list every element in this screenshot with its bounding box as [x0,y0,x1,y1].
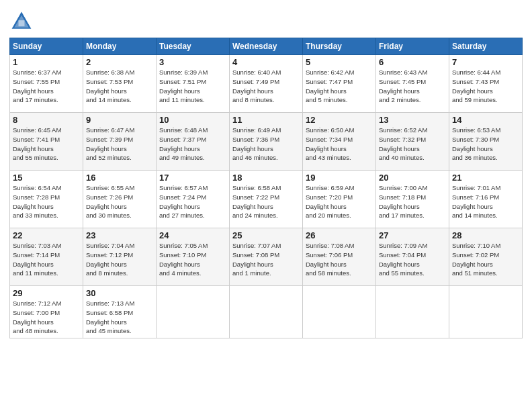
header-row: Sunday Monday Tuesday Wednesday Thursday… [10,38,523,55]
day-detail: Sunrise: 6:54 AMSunset: 7:28 PMDaylight … [13,184,61,219]
day-detail: Sunrise: 7:10 AMSunset: 7:02 PMDaylight … [452,242,500,277]
table-row [449,286,523,338]
page: Sunday Monday Tuesday Wednesday Thursday… [0,0,532,411]
day-number: 21 [452,173,519,183]
day-number: 23 [86,230,153,240]
logo [9,9,36,34]
day-detail: Sunrise: 6:37 AMSunset: 7:55 PMDaylight … [13,68,61,103]
day-number: 5 [306,57,373,67]
day-detail: Sunrise: 7:08 AMSunset: 7:06 PMDaylight … [306,242,354,277]
table-row: 25Sunrise: 7:07 AMSunset: 7:08 PMDayligh… [230,228,303,286]
table-row: 16Sunrise: 6:55 AMSunset: 7:26 PMDayligh… [83,171,157,228]
day-number: 27 [379,230,446,240]
day-detail: Sunrise: 6:38 AMSunset: 7:53 PMDaylight … [86,68,134,103]
day-number: 20 [379,173,446,183]
table-row: 14Sunrise: 6:53 AMSunset: 7:30 PMDayligh… [449,113,523,171]
col-monday: Monday [83,38,157,55]
day-detail: Sunrise: 6:59 AMSunset: 7:20 PMDaylight … [306,184,354,219]
logo-icon [9,9,34,34]
day-detail: Sunrise: 7:07 AMSunset: 7:08 PMDaylight … [232,242,281,277]
table-row: 8Sunrise: 6:45 AMSunset: 7:41 PMDaylight… [10,113,83,171]
table-row: 13Sunrise: 6:52 AMSunset: 7:32 PMDayligh… [376,113,449,171]
day-number: 11 [232,115,300,125]
day-detail: Sunrise: 6:39 AMSunset: 7:51 PMDaylight … [159,68,208,103]
day-number: 28 [452,230,519,240]
day-number: 10 [159,115,226,125]
table-row: 5Sunrise: 6:42 AMSunset: 7:47 PMDaylight… [303,55,376,113]
day-detail: Sunrise: 7:09 AMSunset: 7:04 PMDaylight … [379,242,427,277]
day-number: 25 [232,230,300,240]
table-row: 29Sunrise: 7:12 AMSunset: 7:00 PMDayligh… [10,286,83,338]
day-number: 30 [86,288,153,298]
day-number: 6 [379,57,446,67]
table-row [376,286,449,338]
day-number: 22 [13,230,80,240]
col-wednesday: Wednesday [230,38,303,55]
table-row: 6Sunrise: 6:43 AMSunset: 7:45 PMDaylight… [376,55,449,113]
table-row: 2Sunrise: 6:38 AMSunset: 7:53 PMDaylight… [83,55,157,113]
table-row: 1Sunrise: 6:37 AMSunset: 7:55 PMDaylight… [10,55,83,113]
day-number: 1 [13,57,80,67]
day-detail: Sunrise: 7:00 AMSunset: 7:18 PMDaylight … [379,184,427,219]
table-row: 15Sunrise: 6:54 AMSunset: 7:28 PMDayligh… [10,171,83,228]
day-number: 4 [232,57,300,67]
table-row: 11Sunrise: 6:49 AMSunset: 7:36 PMDayligh… [230,113,303,171]
col-saturday: Saturday [449,38,523,55]
day-detail: Sunrise: 7:12 AMSunset: 7:00 PMDaylight … [13,300,61,334]
day-detail: Sunrise: 6:45 AMSunset: 7:41 PMDaylight … [13,126,61,161]
day-number: 19 [306,173,373,183]
col-tuesday: Tuesday [157,38,230,55]
day-number: 2 [86,57,153,67]
day-detail: Sunrise: 6:42 AMSunset: 7:47 PMDaylight … [306,68,354,103]
day-number: 18 [232,173,300,183]
day-detail: Sunrise: 6:40 AMSunset: 7:49 PMDaylight … [232,68,281,103]
day-detail: Sunrise: 6:49 AMSunset: 7:36 PMDaylight … [232,126,281,161]
day-number: 9 [86,115,153,125]
day-number: 14 [452,115,519,125]
day-detail: Sunrise: 6:53 AMSunset: 7:30 PMDaylight … [452,126,500,161]
table-row: 3Sunrise: 6:39 AMSunset: 7:51 PMDaylight… [157,55,230,113]
day-detail: Sunrise: 6:58 AMSunset: 7:22 PMDaylight … [232,184,281,219]
table-row: 7Sunrise: 6:44 AMSunset: 7:43 PMDaylight… [449,55,523,113]
day-detail: Sunrise: 6:44 AMSunset: 7:43 PMDaylight … [452,68,500,103]
day-number: 13 [379,115,446,125]
table-row: 12Sunrise: 6:50 AMSunset: 7:34 PMDayligh… [303,113,376,171]
day-number: 16 [86,173,153,183]
day-detail: Sunrise: 6:57 AMSunset: 7:24 PMDaylight … [159,184,208,219]
day-detail: Sunrise: 6:55 AMSunset: 7:26 PMDaylight … [86,184,134,219]
day-detail: Sunrise: 6:47 AMSunset: 7:39 PMDaylight … [86,126,134,161]
table-row: 26Sunrise: 7:08 AMSunset: 7:06 PMDayligh… [303,228,376,286]
day-number: 29 [13,288,80,298]
day-number: 7 [452,57,519,67]
table-row: 24Sunrise: 7:05 AMSunset: 7:10 PMDayligh… [157,228,230,286]
table-row: 9Sunrise: 6:47 AMSunset: 7:39 PMDaylight… [83,113,157,171]
table-row: 27Sunrise: 7:09 AMSunset: 7:04 PMDayligh… [376,228,449,286]
header [9,7,523,34]
table-row [157,286,230,338]
calendar-table: Sunday Monday Tuesday Wednesday Thursday… [9,38,523,338]
table-row: 19Sunrise: 6:59 AMSunset: 7:20 PMDayligh… [303,171,376,228]
day-detail: Sunrise: 6:50 AMSunset: 7:34 PMDaylight … [306,126,354,161]
table-row: 18Sunrise: 6:58 AMSunset: 7:22 PMDayligh… [230,171,303,228]
table-row: 4Sunrise: 6:40 AMSunset: 7:49 PMDaylight… [230,55,303,113]
day-detail: Sunrise: 6:48 AMSunset: 7:37 PMDaylight … [159,126,208,161]
day-number: 12 [306,115,373,125]
day-detail: Sunrise: 7:03 AMSunset: 7:14 PMDaylight … [13,242,61,277]
day-number: 17 [159,173,226,183]
day-number: 8 [13,115,80,125]
day-number: 3 [159,57,226,67]
table-row [303,286,376,338]
day-number: 15 [13,173,80,183]
table-row: 30Sunrise: 7:13 AMSunset: 6:58 PMDayligh… [83,286,157,338]
table-row: 22Sunrise: 7:03 AMSunset: 7:14 PMDayligh… [10,228,83,286]
table-row: 28Sunrise: 7:10 AMSunset: 7:02 PMDayligh… [449,228,523,286]
svg-rect-2 [19,20,25,26]
col-friday: Friday [376,38,449,55]
day-detail: Sunrise: 7:01 AMSunset: 7:16 PMDaylight … [452,184,500,219]
table-row: 17Sunrise: 6:57 AMSunset: 7:24 PMDayligh… [157,171,230,228]
day-detail: Sunrise: 7:13 AMSunset: 6:58 PMDaylight … [86,300,134,334]
col-thursday: Thursday [303,38,376,55]
table-row: 23Sunrise: 7:04 AMSunset: 7:12 PMDayligh… [83,228,157,286]
day-number: 26 [306,230,373,240]
day-detail: Sunrise: 6:52 AMSunset: 7:32 PMDaylight … [379,126,427,161]
